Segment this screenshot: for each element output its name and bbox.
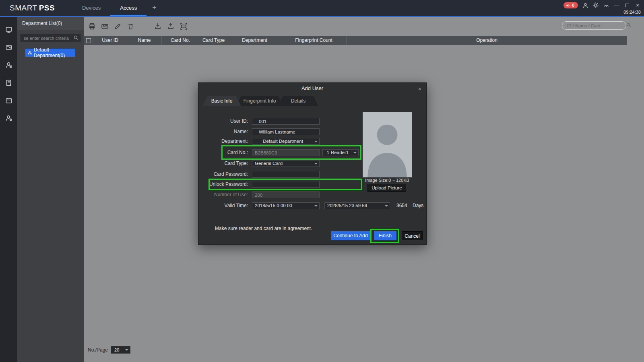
- rail-device-icon[interactable]: [0, 39, 17, 56]
- upload-picture-button[interactable]: Upload Picture: [367, 184, 406, 192]
- card-no-label: Card No.:: [198, 149, 250, 156]
- name-input[interactable]: [252, 128, 320, 135]
- module-rail: [0, 17, 17, 362]
- name-label: Name:: [198, 128, 250, 135]
- logo-pss: PSS: [39, 4, 55, 12]
- select-all-cell: [84, 36, 93, 45]
- dialog-tabs: Basic Info Fingerprint Info Details: [202, 96, 422, 106]
- page-size-value: 20: [114, 348, 119, 352]
- add-user-dialog: Add User × Basic Info Fingerprint Info D…: [198, 82, 427, 245]
- col-card-no[interactable]: Card No.: [162, 36, 199, 45]
- card-type-value: General Card: [255, 161, 283, 166]
- valid-time-start-value: 2018/5/15 0:00:00: [255, 203, 292, 208]
- rail-console-icon[interactable]: [0, 21, 17, 39]
- user-search: [562, 21, 626, 30]
- print-icon[interactable]: [87, 22, 97, 31]
- edit-pencil-icon[interactable]: [113, 22, 122, 31]
- titlebar: SMARTPSS Devices Access + 0 — × 09: [0, 0, 644, 17]
- department-item-default[interactable]: Default Department(0): [25, 49, 75, 57]
- tab-details[interactable]: Details: [278, 96, 318, 106]
- tab-basic-info[interactable]: Basic Info: [202, 96, 241, 106]
- tab-fingerprint-info[interactable]: Fingerprint Info: [236, 96, 283, 106]
- chevron-down-icon: [314, 141, 318, 142]
- minimize-button[interactable]: —: [613, 2, 620, 8]
- field-valid-time: Valid Time: 2018/5/15 0:00:00 2028/5/15 …: [198, 202, 426, 209]
- valid-time-start-select[interactable]: 2018/5/15 0:00:00: [252, 202, 320, 209]
- department-icon: [28, 50, 32, 55]
- unlock-password-label: Unlock Password:: [198, 181, 250, 188]
- department-search: [21, 34, 80, 42]
- dialog-close-icon[interactable]: ×: [418, 85, 421, 92]
- col-card-type[interactable]: Card Type: [199, 36, 228, 45]
- search-icon: [73, 35, 79, 42]
- continue-to-add-button[interactable]: Continue to Add: [331, 231, 370, 240]
- user-photo-placeholder: [363, 112, 412, 177]
- search-icon: [626, 22, 632, 29]
- col-department[interactable]: Department: [228, 36, 281, 45]
- pagination-bar: No./Page 20: [84, 344, 644, 356]
- col-name[interactable]: Name: [127, 36, 162, 45]
- department-label: Department:: [198, 138, 250, 145]
- finish-button[interactable]: Finish: [374, 231, 396, 240]
- select-all-checkbox[interactable]: [86, 38, 91, 43]
- user-table-header: User ID Name Card No. Card Type Departme…: [84, 36, 627, 45]
- add-card-icon[interactable]: [100, 22, 109, 31]
- logo-smart: SMART: [10, 4, 37, 12]
- unlock-password-input[interactable]: [252, 181, 320, 188]
- reader-select[interactable]: 1-Reader1: [322, 149, 359, 156]
- number-of-use-input[interactable]: [252, 191, 320, 198]
- reader-agreement-note: Make sure reader and card are in agreeme…: [215, 226, 312, 231]
- titlebar-controls: 0 — ×: [564, 2, 641, 9]
- rail-schedule-icon[interactable]: [0, 92, 17, 109]
- delete-trash-icon[interactable]: [126, 22, 135, 31]
- person-silhouette-icon: [363, 112, 412, 177]
- user-toolbar: [84, 17, 644, 35]
- col-fingerprint-count[interactable]: Fingerprint Count: [281, 36, 347, 45]
- valid-days-label: Days: [413, 203, 423, 208]
- department-search-input[interactable]: [21, 34, 80, 42]
- valid-days-value: 3654: [396, 203, 407, 208]
- tab-access[interactable]: Access: [110, 0, 147, 16]
- chevron-down-icon: [353, 152, 357, 154]
- department-select[interactable]: Default Department: [252, 138, 320, 145]
- cancel-button[interactable]: Cancel: [402, 231, 423, 240]
- valid-time-end-select[interactable]: 2028/5/15 23:59:59: [324, 202, 390, 209]
- settings-gear-icon[interactable]: [592, 2, 599, 8]
- department-panel: Department List(0) Default Department(0): [17, 17, 84, 362]
- alarm-badge[interactable]: 0: [564, 2, 578, 8]
- alarm-count: 0: [572, 3, 574, 8]
- user-id-input[interactable]: [252, 118, 320, 125]
- card-no-input[interactable]: [252, 149, 320, 156]
- card-password-input[interactable]: [252, 171, 320, 178]
- department-value: Default Department: [263, 139, 303, 144]
- rail-user-icon[interactable]: [0, 56, 17, 74]
- card-type-select[interactable]: General Card: [252, 160, 320, 167]
- user-search-input[interactable]: [562, 23, 626, 28]
- col-operation[interactable]: Operation: [347, 36, 627, 45]
- rail-log-icon[interactable]: [0, 74, 17, 92]
- department-item-label: Default Department(0): [34, 47, 73, 58]
- valid-time-end-value: 2028/5/15 23:59:59: [327, 203, 367, 208]
- speaker-icon: [566, 3, 570, 8]
- chevron-down-icon: [125, 349, 128, 351]
- col-user-id[interactable]: User ID: [93, 36, 127, 45]
- tab-devices[interactable]: Devices: [72, 0, 110, 16]
- page-size-select[interactable]: 20: [111, 346, 130, 354]
- clock-time: 09:24:38: [623, 10, 641, 14]
- dashboard-gauge-icon[interactable]: [603, 2, 609, 8]
- maximize-icon: [625, 4, 629, 7]
- main-tabs: Devices Access +: [72, 0, 162, 16]
- maximize-button[interactable]: [624, 2, 630, 8]
- app-logo: SMARTPSS: [10, 0, 55, 16]
- rail-account-icon[interactable]: [0, 109, 17, 127]
- number-of-use-label: Number of Use:: [198, 191, 250, 198]
- close-button[interactable]: ×: [634, 2, 641, 8]
- chevron-down-icon: [314, 205, 318, 207]
- add-tab-button[interactable]: +: [147, 0, 162, 16]
- import-users-icon[interactable]: [153, 22, 163, 31]
- user-account-icon[interactable]: [582, 2, 588, 8]
- batch-issue-card-icon[interactable]: [179, 22, 188, 31]
- card-password-label: Card Password:: [198, 171, 250, 178]
- dialog-title: Add User: [198, 83, 426, 94]
- export-users-icon[interactable]: [166, 22, 175, 31]
